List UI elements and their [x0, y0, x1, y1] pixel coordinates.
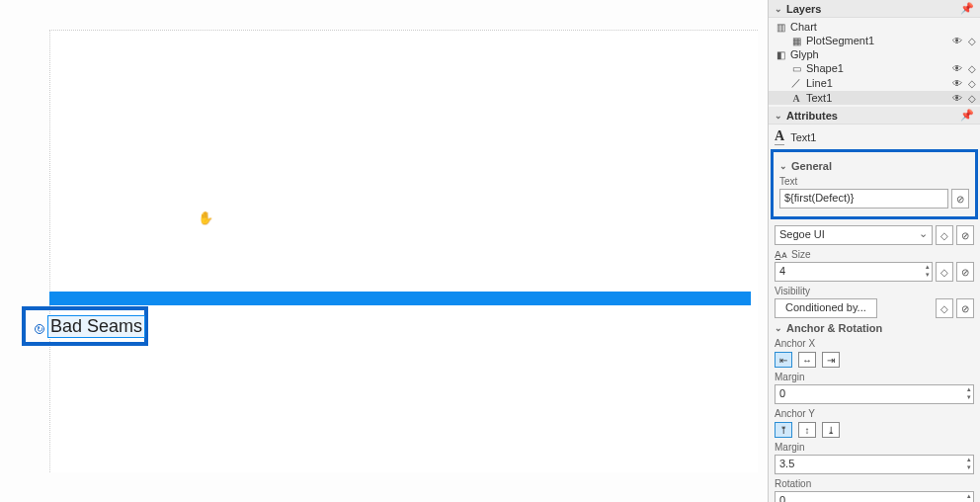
layer-plotsegment[interactable]: ▦ PlotSegment1 👁 ◇ [769, 34, 980, 47]
canvas-text-element[interactable]: Bad Seams [47, 315, 145, 338]
visibility-field-label: Visibility [775, 286, 974, 296]
margin-x-value: 0 [779, 387, 785, 399]
margin-y-value: 3.5 [779, 458, 794, 469]
line-icon: ／ [790, 76, 802, 90]
spinner-down-icon[interactable]: ▾ [967, 393, 971, 401]
margin-x-label: Margin [775, 372, 974, 382]
canvas-frame [49, 30, 758, 472]
margin-y-input[interactable]: 3.5 ▴▾ [775, 455, 974, 474]
spinner-up-icon[interactable]: ▴ [967, 385, 971, 393]
layer-text[interactable]: A Text1 👁 ◇ [769, 91, 980, 105]
erase-icon[interactable]: ◇ [968, 63, 976, 74]
chevron-down-icon: ⌄ [779, 161, 787, 171]
layer-glyph[interactable]: ◧ Glyph [769, 47, 980, 61]
font-size-icon: A̲ᴀ [775, 249, 787, 260]
font-select[interactable]: Segoe UI [775, 225, 933, 245]
bind-data-button[interactable]: ⊘ [956, 225, 974, 245]
selected-element-name: Text1 [790, 131, 816, 143]
spinner-up-icon[interactable]: ▴ [967, 492, 971, 500]
anchor-y-bottom-button[interactable]: ⤓ [822, 422, 840, 438]
spinner-down-icon[interactable]: ▾ [967, 463, 971, 471]
layer-label: PlotSegment1 [806, 35, 946, 46]
chevron-down-icon: ⌄ [775, 111, 782, 121]
anchor-x-center-button[interactable]: ↔ [798, 352, 816, 368]
layers-title: Layers [786, 3, 821, 15]
size-value: 4 [779, 265, 785, 277]
anchor-rotation-group[interactable]: ⌄ Anchor & Rotation [775, 322, 974, 334]
erase-button[interactable]: ◇ [936, 298, 953, 318]
layer-shape[interactable]: ▭ Shape1 👁 ◇ [769, 61, 980, 75]
margin-x-input[interactable]: 0 ▴▾ [775, 384, 974, 404]
bind-data-button[interactable]: ⊘ [951, 189, 969, 209]
text-expression-input[interactable]: ${first(Defect)} [779, 189, 948, 209]
visibility-icon[interactable]: 👁 [952, 78, 962, 89]
erase-button[interactable]: ◇ [936, 262, 953, 282]
general-group-highlight: ⌄ General Text ${first(Defect)} ⊘ [771, 149, 978, 219]
margin-y-label: Margin [775, 442, 974, 453]
chart-bar[interactable] [49, 292, 751, 305]
spinner-up-icon[interactable]: ▴ [926, 263, 930, 271]
rotation-label: Rotation [775, 478, 974, 489]
layer-label: Line1 [806, 77, 946, 89]
layer-label: Chart [790, 21, 976, 33]
erase-icon[interactable]: ◇ [968, 36, 976, 46]
text-type-icon: A [775, 128, 784, 145]
text-field-label: Text [779, 176, 969, 187]
layer-label: Text1 [806, 92, 946, 104]
visibility-icon[interactable]: 👁 [952, 36, 962, 46]
attributes-body: A Text1 ⌄ General Text ${first(Defect)} … [769, 125, 980, 502]
spinner-up-icon[interactable]: ▴ [967, 456, 971, 463]
visibility-icon[interactable]: 👁 [952, 93, 962, 104]
general-label: General [791, 160, 832, 172]
anchor-y-label: Anchor Y [775, 408, 974, 419]
pin-icon[interactable]: 📌 [960, 109, 974, 122]
pan-cursor-icon: ✋ [198, 210, 213, 225]
erase-icon[interactable]: ◇ [968, 93, 976, 104]
anchor-x-left-button[interactable]: ⇤ [775, 352, 792, 368]
anchor-y-top-button[interactable]: ⤒ [775, 422, 792, 438]
anchor-x-label: Anchor X [775, 338, 974, 349]
rotation-value: 0 [779, 494, 785, 502]
anchor-x-right-button[interactable]: ⇥ [822, 352, 840, 368]
erase-button[interactable]: ◇ [936, 225, 953, 245]
visibility-icon[interactable]: 👁 [952, 63, 962, 74]
anchor-y-middle-button[interactable]: ↕ [798, 422, 816, 438]
rotation-input[interactable]: 0 ▴▾ [775, 491, 974, 502]
anchor-rotation-label: Anchor & Rotation [786, 322, 882, 334]
glyph-icon: ◧ [775, 49, 786, 60]
layers-tree: ▥ Chart ▦ PlotSegment1 👁 ◇ ◧ Glyph ▭ Sha… [769, 18, 980, 107]
rotate-handle-icon[interactable]: ↻ [35, 324, 44, 334]
pin-icon[interactable]: 📌 [960, 2, 974, 15]
attributes-panel-header[interactable]: ⌄ Attributes 📌 [769, 107, 980, 125]
size-input[interactable]: 4 ▴▾ [775, 262, 933, 282]
spinner-down-icon[interactable]: ▾ [926, 271, 930, 279]
layers-panel-header[interactable]: ⌄ Layers 📌 [769, 0, 980, 18]
conditioned-by-button[interactable]: Conditioned by... [775, 298, 877, 318]
layer-label: Shape1 [806, 62, 946, 74]
layer-label: Glyph [790, 48, 976, 60]
general-group[interactable]: ⌄ General [779, 160, 969, 172]
bind-data-button[interactable]: ⊘ [956, 298, 974, 318]
rect-icon: ▭ [790, 63, 802, 74]
chevron-down-icon: ⌄ [775, 4, 782, 14]
chart-icon: ▥ [775, 22, 786, 33]
chevron-down-icon: ⌄ [775, 323, 782, 333]
canvas-area[interactable]: — ▢ ✋ ↻ Bad Seams [0, 0, 768, 502]
size-field-label: Size [791, 249, 810, 260]
grid-icon: ▦ [790, 36, 802, 46]
attributes-title: Attributes [786, 110, 838, 122]
bind-data-button[interactable]: ⊘ [956, 262, 974, 282]
layer-chart[interactable]: ▥ Chart [769, 20, 980, 34]
text-icon: A [790, 93, 802, 104]
layer-line[interactable]: ／ Line1 👁 ◇ [769, 75, 980, 91]
erase-icon[interactable]: ◇ [968, 78, 976, 89]
